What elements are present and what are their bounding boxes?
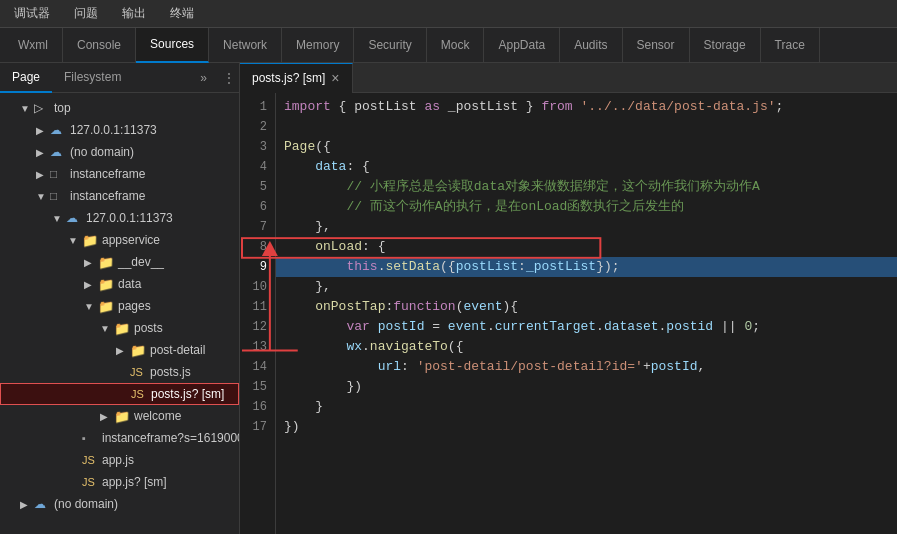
code-panel: posts.js? [sm] × 1 2 3 4 5 6 7 8 9 10: [240, 63, 897, 534]
folder-icon: 📁: [130, 343, 146, 358]
tab-sources[interactable]: Sources: [136, 28, 209, 63]
editor-tab-posts-js-sm[interactable]: posts.js? [sm] ×: [240, 63, 353, 93]
code-line-17: }): [276, 417, 897, 437]
tree-item-nodomain2[interactable]: ▶ ☁ (no domain): [0, 493, 239, 515]
tree-item-appservice[interactable]: ▼ 📁 appservice: [0, 229, 239, 251]
triangle-icon: ▷: [34, 101, 50, 115]
arrow-icon: ▼: [52, 213, 66, 224]
menu-output[interactable]: 输出: [116, 3, 152, 24]
square-icon: □: [50, 189, 66, 203]
tree-item-posts[interactable]: ▼ 📁 posts: [0, 317, 239, 339]
tab-security[interactable]: Security: [354, 28, 426, 63]
line-num-15: 15: [248, 377, 267, 397]
code-line-12: var postId = event.currentTarget.dataset…: [276, 317, 897, 337]
tree-label: 127.0.0.1:11373: [70, 123, 157, 137]
folder-icon: 📁: [82, 233, 98, 248]
editor-tab-close[interactable]: ×: [331, 71, 339, 85]
tree-item-dev[interactable]: ▶ 📁 __dev__: [0, 251, 239, 273]
tab-console[interactable]: Console: [63, 28, 136, 63]
line-num-10: 10: [248, 277, 267, 297]
tree-item-instanceframe-s[interactable]: ▶ ▪ instanceframe?s=1619000: [0, 427, 239, 449]
panel-tab-filesystem[interactable]: Filesystem: [52, 63, 133, 93]
tree-item-post-detail[interactable]: ▶ 📁 post-detail: [0, 339, 239, 361]
code-line-1: import { postList as _postList } from '.…: [276, 97, 897, 117]
tree-label: top: [54, 101, 71, 115]
js-file-icon: JS: [130, 366, 146, 378]
tab-appdata[interactable]: AppData: [484, 28, 560, 63]
tab-wxml[interactable]: Wxml: [4, 28, 63, 63]
tree-item-posts-js[interactable]: ▶ JS posts.js: [0, 361, 239, 383]
tree-label: data: [118, 277, 141, 291]
line-num-6: 6: [248, 197, 267, 217]
arrow-icon: ▶: [36, 147, 50, 158]
folder-icon: 📁: [98, 299, 114, 314]
tree-label: (no domain): [70, 145, 134, 159]
tree-label: (no domain): [54, 497, 118, 511]
tree-label: __dev__: [118, 255, 164, 269]
line-num-14: 14: [248, 357, 267, 377]
folder-icon: 📁: [114, 409, 130, 424]
tree-label: app.js? [sm]: [102, 475, 167, 489]
arrow-icon: ▶: [84, 257, 98, 268]
tree-item-posts-js-sm[interactable]: ▶ JS posts.js? [sm]: [0, 383, 239, 405]
panel-tab-page[interactable]: Page: [0, 63, 52, 93]
panel-tabs: Page Filesystem » ⋮: [0, 63, 239, 93]
line-num-17: 17: [248, 417, 267, 437]
editor-tab-label: posts.js? [sm]: [252, 71, 325, 85]
line-num-11: 11: [248, 297, 267, 317]
line-num-5: 5: [248, 177, 267, 197]
code-line-6: // 而这个动作A的执行，是在onLoad函数执行之后发生的: [276, 197, 897, 217]
tree-item-app-js-sm[interactable]: ▶ JS app.js? [sm]: [0, 471, 239, 493]
code-line-11: onPostTap:function(event){: [276, 297, 897, 317]
tab-trace[interactable]: Trace: [761, 28, 820, 63]
cloud-icon: ☁: [50, 145, 66, 159]
code-line-14: url: 'post-detail/post-detail?id='+postI…: [276, 357, 897, 377]
tree-item-welcome[interactable]: ▶ 📁 welcome: [0, 405, 239, 427]
tree-item-nodomain1[interactable]: ▶ ☁ (no domain): [0, 141, 239, 163]
tree-item-pages[interactable]: ▼ 📁 pages: [0, 295, 239, 317]
tab-sensor[interactable]: Sensor: [623, 28, 690, 63]
tree-item-instanceframe2[interactable]: ▼ □ instanceframe: [0, 185, 239, 207]
tree-item-cloud2[interactable]: ▼ ☁ 127.0.0.1:11373: [0, 207, 239, 229]
code-line-7: },: [276, 217, 897, 237]
tab-memory[interactable]: Memory: [282, 28, 354, 63]
tree-label: instanceframe?s=1619000: [102, 431, 239, 445]
square-icon: □: [50, 167, 66, 181]
code-area[interactable]: 1 2 3 4 5 6 7 8 9 10 11 12 13 14 15 16 1: [240, 93, 897, 534]
tab-bar: Wxml Console Sources Network Memory Secu…: [0, 28, 897, 63]
line-num-2: 2: [248, 117, 267, 137]
line-num-16: 16: [248, 397, 267, 417]
tree-item-top[interactable]: ▼ ▷ top: [0, 97, 239, 119]
arrow-icon: ▶: [20, 499, 34, 510]
panel-menu-icon[interactable]: ⋮: [219, 71, 239, 85]
tree-label: welcome: [134, 409, 181, 423]
code-line-8: onLoad: {: [276, 237, 897, 257]
code-line-9: this.setData({postList:_postList});: [276, 257, 897, 277]
code-line-5: // 小程序总是会读取data对象来做数据绑定，这个动作我们称为动作A: [276, 177, 897, 197]
tab-audits[interactable]: Audits: [560, 28, 622, 63]
tree-item-app-js[interactable]: ▶ JS app.js: [0, 449, 239, 471]
tree-item-cloud1[interactable]: ▶ ☁ 127.0.0.1:11373: [0, 119, 239, 141]
folder-icon: 📁: [98, 277, 114, 292]
code-line-16: }: [276, 397, 897, 417]
tree-label: app.js: [102, 453, 134, 467]
tab-mock[interactable]: Mock: [427, 28, 485, 63]
line-num-7: 7: [248, 217, 267, 237]
menu-issues[interactable]: 问题: [68, 3, 104, 24]
line-numbers: 1 2 3 4 5 6 7 8 9 10 11 12 13 14 15 16 1: [240, 93, 276, 534]
tree-item-instanceframe1[interactable]: ▶ □ instanceframe: [0, 163, 239, 185]
editor-tab-bar: posts.js? [sm] ×: [240, 63, 897, 93]
tree-item-data[interactable]: ▶ 📁 data: [0, 273, 239, 295]
tree-label: pages: [118, 299, 151, 313]
panel-tab-more[interactable]: »: [192, 71, 215, 85]
tree-label: instanceframe: [70, 189, 145, 203]
arrow-icon: ▶: [100, 411, 114, 422]
tab-network[interactable]: Network: [209, 28, 282, 63]
folder-icon: 📁: [98, 255, 114, 270]
tree-label: posts.js: [150, 365, 191, 379]
editor-wrapper: 1 2 3 4 5 6 7 8 9 10 11 12 13 14 15 16 1: [240, 93, 897, 534]
tab-storage[interactable]: Storage: [690, 28, 761, 63]
line-num-1: 1: [248, 97, 267, 117]
menu-debugger[interactable]: 调试器: [8, 3, 56, 24]
menu-terminal[interactable]: 终端: [164, 3, 200, 24]
